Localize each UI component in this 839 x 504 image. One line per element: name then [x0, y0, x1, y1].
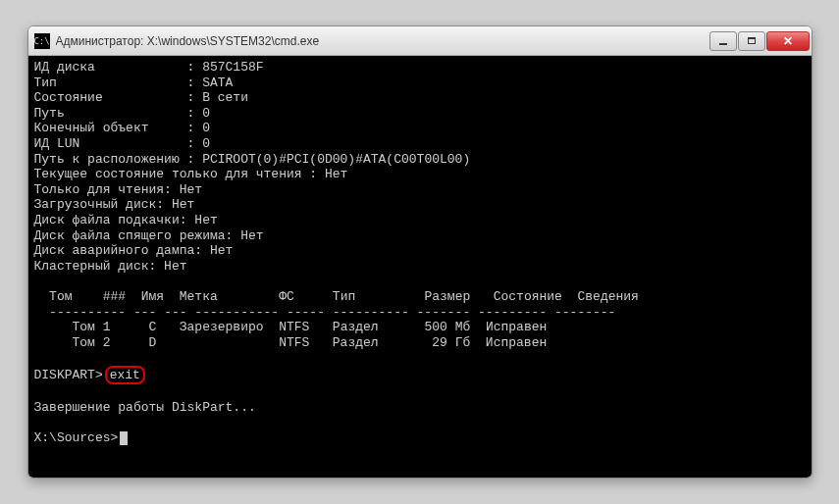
col-tom: Том	[49, 289, 72, 304]
col-label: Метка	[180, 289, 218, 304]
row2-fs: NTFS	[279, 335, 309, 350]
hibernate-disk: Диск файла спящего режима: Нет	[34, 228, 264, 243]
disk-id-value: 857C158F	[202, 60, 263, 75]
row1-size: 500 Мб	[424, 320, 470, 334]
app-icon: C:\	[34, 33, 50, 49]
crashdump-disk: Диск аварийного дампа: Нет	[34, 243, 234, 258]
disk-lun-value: 0	[202, 136, 210, 151]
readonly-only: Только для чтения: Нет	[34, 182, 203, 197]
exit-command: exit	[110, 368, 140, 382]
disk-type-value: SATA	[202, 76, 233, 90]
disk-path-label: Путь	[34, 106, 65, 121]
disk-lun-label: ИД LUN	[34, 136, 80, 151]
disk-target-value: 0	[202, 121, 210, 135]
col-type: Тип	[333, 289, 355, 304]
row1-fs: NTFS	[279, 320, 309, 334]
col-info: Сведения	[578, 289, 639, 304]
titlebar[interactable]: C:\ Администратор: X:\windows\SYSTEM32\c…	[28, 26, 812, 56]
disk-path-value: 0	[202, 106, 210, 121]
col-num: ###	[103, 289, 126, 304]
row1-tom: Том 1	[73, 320, 111, 334]
col-state: Состояние	[494, 289, 562, 304]
row2-type: Раздел	[333, 335, 379, 350]
disk-state-label: Состояние	[34, 90, 103, 105]
window-controls: ✕	[709, 31, 810, 51]
col-size: Размер	[424, 289, 470, 304]
cmd-window: C:\ Администратор: X:\windows\SYSTEM32\c…	[27, 25, 813, 479]
disk-state-value: В сети	[202, 90, 248, 105]
window-title: Администратор: X:\windows\SYSTEM32\cmd.e…	[56, 34, 709, 48]
row2-state: Исправен	[486, 335, 547, 350]
row2-name: D	[149, 335, 157, 350]
exit-command-highlight: exit	[105, 366, 145, 385]
disk-target-label: Конечный объект	[34, 121, 149, 135]
diskpart-prompt: DISKPART>	[34, 368, 103, 382]
row1-name: C	[149, 320, 157, 334]
cursor	[120, 431, 128, 445]
readonly-current: Текущее состояние только для чтения : Не…	[34, 167, 348, 181]
pagefile-disk: Диск файла подкачки: Нет	[34, 213, 218, 227]
exit-message: Завершение работы DiskPart...	[34, 400, 256, 415]
col-fs: ФС	[279, 289, 294, 304]
cluster-disk: Кластерный диск: Нет	[34, 259, 187, 274]
row1-state: Исправен	[486, 320, 547, 334]
disk-id-label: ИД диска	[34, 60, 95, 75]
maximize-button[interactable]	[738, 31, 765, 51]
row1-label: Зарезервиро	[180, 320, 264, 334]
row2-tom: Том 2	[73, 335, 111, 350]
terminal-output[interactable]: ИД диска : 857C158F Тип : SATA Состояние…	[28, 56, 812, 478]
col-name: Имя	[141, 289, 164, 304]
row2-size: 29 Гб	[432, 335, 470, 350]
disk-type-label: Тип	[34, 76, 57, 90]
row1-type: Раздел	[333, 320, 379, 334]
sources-prompt: X:\Sources>	[34, 430, 119, 445]
disk-location-label: Путь к расположению	[34, 152, 180, 167]
table-separator: ---------- --- --- ----------- ----- ---…	[49, 305, 615, 320]
minimize-button[interactable]	[709, 31, 737, 51]
boot-disk: Загрузочный диск: Нет	[34, 197, 195, 212]
disk-location-value: PCIROOT(0)#PCI(0D00)#ATA(C00T00L00)	[202, 152, 470, 167]
close-button[interactable]: ✕	[766, 31, 810, 51]
